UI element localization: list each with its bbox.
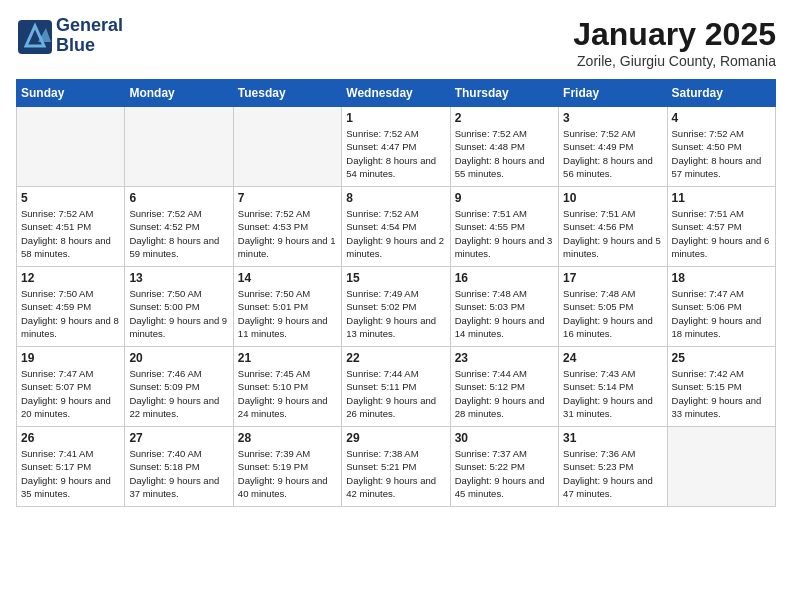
- day-info: Sunrise: 7:52 AM Sunset: 4:47 PM Dayligh…: [346, 127, 445, 180]
- day-number: 12: [21, 271, 120, 285]
- day-number: 8: [346, 191, 445, 205]
- calendar-cell: [233, 107, 341, 187]
- day-number: 1: [346, 111, 445, 125]
- calendar-week-row: 12Sunrise: 7:50 AM Sunset: 4:59 PM Dayli…: [17, 267, 776, 347]
- calendar-cell: 24Sunrise: 7:43 AM Sunset: 5:14 PM Dayli…: [559, 347, 667, 427]
- day-number: 28: [238, 431, 337, 445]
- day-number: 22: [346, 351, 445, 365]
- calendar-cell: 16Sunrise: 7:48 AM Sunset: 5:03 PM Dayli…: [450, 267, 558, 347]
- day-number: 31: [563, 431, 662, 445]
- weekday-header-row: SundayMondayTuesdayWednesdayThursdayFrid…: [17, 80, 776, 107]
- calendar-cell: 6Sunrise: 7:52 AM Sunset: 4:52 PM Daylig…: [125, 187, 233, 267]
- day-number: 7: [238, 191, 337, 205]
- day-info: Sunrise: 7:49 AM Sunset: 5:02 PM Dayligh…: [346, 287, 445, 340]
- day-number: 24: [563, 351, 662, 365]
- logo-line2: Blue: [56, 36, 123, 56]
- day-info: Sunrise: 7:40 AM Sunset: 5:18 PM Dayligh…: [129, 447, 228, 500]
- calendar-cell: 31Sunrise: 7:36 AM Sunset: 5:23 PM Dayli…: [559, 427, 667, 507]
- day-info: Sunrise: 7:36 AM Sunset: 5:23 PM Dayligh…: [563, 447, 662, 500]
- day-number: 10: [563, 191, 662, 205]
- calendar-week-row: 19Sunrise: 7:47 AM Sunset: 5:07 PM Dayli…: [17, 347, 776, 427]
- day-info: Sunrise: 7:52 AM Sunset: 4:50 PM Dayligh…: [672, 127, 771, 180]
- calendar-cell: 7Sunrise: 7:52 AM Sunset: 4:53 PM Daylig…: [233, 187, 341, 267]
- day-info: Sunrise: 7:45 AM Sunset: 5:10 PM Dayligh…: [238, 367, 337, 420]
- calendar-cell: 20Sunrise: 7:46 AM Sunset: 5:09 PM Dayli…: [125, 347, 233, 427]
- page-header: General Blue January 2025 Zorile, Giurgi…: [16, 16, 776, 69]
- calendar-cell: 9Sunrise: 7:51 AM Sunset: 4:55 PM Daylig…: [450, 187, 558, 267]
- day-info: Sunrise: 7:47 AM Sunset: 5:06 PM Dayligh…: [672, 287, 771, 340]
- calendar-cell: 5Sunrise: 7:52 AM Sunset: 4:51 PM Daylig…: [17, 187, 125, 267]
- calendar-cell: 19Sunrise: 7:47 AM Sunset: 5:07 PM Dayli…: [17, 347, 125, 427]
- day-number: 17: [563, 271, 662, 285]
- day-number: 11: [672, 191, 771, 205]
- logo: General Blue: [16, 16, 123, 56]
- day-info: Sunrise: 7:50 AM Sunset: 5:01 PM Dayligh…: [238, 287, 337, 340]
- location: Zorile, Giurgiu County, Romania: [573, 53, 776, 69]
- weekday-header: Friday: [559, 80, 667, 107]
- day-number: 6: [129, 191, 228, 205]
- day-info: Sunrise: 7:52 AM Sunset: 4:49 PM Dayligh…: [563, 127, 662, 180]
- calendar-cell: 30Sunrise: 7:37 AM Sunset: 5:22 PM Dayli…: [450, 427, 558, 507]
- day-number: 25: [672, 351, 771, 365]
- weekday-header: Saturday: [667, 80, 775, 107]
- day-number: 16: [455, 271, 554, 285]
- calendar-cell: 2Sunrise: 7:52 AM Sunset: 4:48 PM Daylig…: [450, 107, 558, 187]
- logo-text: General Blue: [56, 16, 123, 56]
- calendar-cell: 28Sunrise: 7:39 AM Sunset: 5:19 PM Dayli…: [233, 427, 341, 507]
- calendar-cell: 22Sunrise: 7:44 AM Sunset: 5:11 PM Dayli…: [342, 347, 450, 427]
- calendar-cell: 1Sunrise: 7:52 AM Sunset: 4:47 PM Daylig…: [342, 107, 450, 187]
- calendar-cell: 26Sunrise: 7:41 AM Sunset: 5:17 PM Dayli…: [17, 427, 125, 507]
- day-info: Sunrise: 7:50 AM Sunset: 4:59 PM Dayligh…: [21, 287, 120, 340]
- weekday-header: Sunday: [17, 80, 125, 107]
- day-number: 23: [455, 351, 554, 365]
- day-info: Sunrise: 7:38 AM Sunset: 5:21 PM Dayligh…: [346, 447, 445, 500]
- calendar-week-row: 5Sunrise: 7:52 AM Sunset: 4:51 PM Daylig…: [17, 187, 776, 267]
- day-info: Sunrise: 7:48 AM Sunset: 5:03 PM Dayligh…: [455, 287, 554, 340]
- day-number: 21: [238, 351, 337, 365]
- calendar-cell: 11Sunrise: 7:51 AM Sunset: 4:57 PM Dayli…: [667, 187, 775, 267]
- day-info: Sunrise: 7:52 AM Sunset: 4:53 PM Dayligh…: [238, 207, 337, 260]
- day-number: 15: [346, 271, 445, 285]
- day-number: 4: [672, 111, 771, 125]
- day-info: Sunrise: 7:43 AM Sunset: 5:14 PM Dayligh…: [563, 367, 662, 420]
- calendar-cell: 14Sunrise: 7:50 AM Sunset: 5:01 PM Dayli…: [233, 267, 341, 347]
- weekday-header: Thursday: [450, 80, 558, 107]
- day-info: Sunrise: 7:51 AM Sunset: 4:57 PM Dayligh…: [672, 207, 771, 260]
- weekday-header: Monday: [125, 80, 233, 107]
- day-number: 26: [21, 431, 120, 445]
- day-info: Sunrise: 7:41 AM Sunset: 5:17 PM Dayligh…: [21, 447, 120, 500]
- calendar-cell: 23Sunrise: 7:44 AM Sunset: 5:12 PM Dayli…: [450, 347, 558, 427]
- calendar-cell: 13Sunrise: 7:50 AM Sunset: 5:00 PM Dayli…: [125, 267, 233, 347]
- calendar-week-row: 26Sunrise: 7:41 AM Sunset: 5:17 PM Dayli…: [17, 427, 776, 507]
- day-number: 29: [346, 431, 445, 445]
- calendar-cell: 4Sunrise: 7:52 AM Sunset: 4:50 PM Daylig…: [667, 107, 775, 187]
- title-block: January 2025 Zorile, Giurgiu County, Rom…: [573, 16, 776, 69]
- day-info: Sunrise: 7:44 AM Sunset: 5:11 PM Dayligh…: [346, 367, 445, 420]
- day-info: Sunrise: 7:44 AM Sunset: 5:12 PM Dayligh…: [455, 367, 554, 420]
- day-info: Sunrise: 7:51 AM Sunset: 4:56 PM Dayligh…: [563, 207, 662, 260]
- calendar-week-row: 1Sunrise: 7:52 AM Sunset: 4:47 PM Daylig…: [17, 107, 776, 187]
- day-info: Sunrise: 7:46 AM Sunset: 5:09 PM Dayligh…: [129, 367, 228, 420]
- calendar-cell: [667, 427, 775, 507]
- calendar-cell: [17, 107, 125, 187]
- day-info: Sunrise: 7:48 AM Sunset: 5:05 PM Dayligh…: [563, 287, 662, 340]
- weekday-header: Wednesday: [342, 80, 450, 107]
- calendar-cell: [125, 107, 233, 187]
- day-info: Sunrise: 7:52 AM Sunset: 4:52 PM Dayligh…: [129, 207, 228, 260]
- day-number: 14: [238, 271, 337, 285]
- day-number: 30: [455, 431, 554, 445]
- calendar-cell: 21Sunrise: 7:45 AM Sunset: 5:10 PM Dayli…: [233, 347, 341, 427]
- day-info: Sunrise: 7:42 AM Sunset: 5:15 PM Dayligh…: [672, 367, 771, 420]
- day-info: Sunrise: 7:52 AM Sunset: 4:54 PM Dayligh…: [346, 207, 445, 260]
- calendar-cell: 12Sunrise: 7:50 AM Sunset: 4:59 PM Dayli…: [17, 267, 125, 347]
- day-info: Sunrise: 7:51 AM Sunset: 4:55 PM Dayligh…: [455, 207, 554, 260]
- logo-line1: General: [56, 16, 123, 36]
- calendar-cell: 8Sunrise: 7:52 AM Sunset: 4:54 PM Daylig…: [342, 187, 450, 267]
- calendar-cell: 25Sunrise: 7:42 AM Sunset: 5:15 PM Dayli…: [667, 347, 775, 427]
- day-number: 19: [21, 351, 120, 365]
- day-info: Sunrise: 7:50 AM Sunset: 5:00 PM Dayligh…: [129, 287, 228, 340]
- calendar-cell: 17Sunrise: 7:48 AM Sunset: 5:05 PM Dayli…: [559, 267, 667, 347]
- calendar-cell: 3Sunrise: 7:52 AM Sunset: 4:49 PM Daylig…: [559, 107, 667, 187]
- calendar-cell: 27Sunrise: 7:40 AM Sunset: 5:18 PM Dayli…: [125, 427, 233, 507]
- day-number: 27: [129, 431, 228, 445]
